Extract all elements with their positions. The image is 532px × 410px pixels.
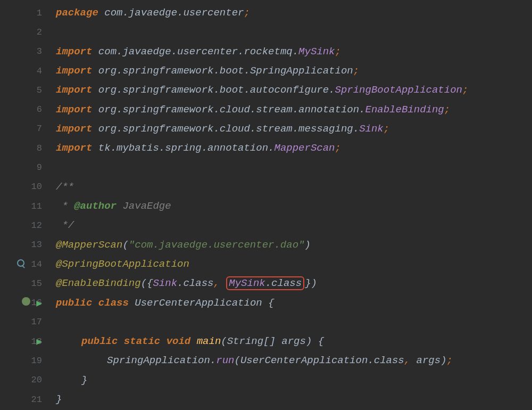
import-path: com.javaedge.usercenter.rocketmq [98, 46, 293, 58]
code-line[interactable]: @EnableBinding({Sink.class, MySink.class… [56, 274, 532, 293]
line-number: 19 [28, 356, 42, 366]
arg-name: args [417, 355, 441, 366]
code-line[interactable]: import org.springframework.boot.autoconf… [56, 80, 532, 100]
line-number: 11 [28, 201, 42, 211]
code-line[interactable]: import org.springframework.cloud.stream.… [56, 119, 532, 138]
class-name: UserCenterApplication [135, 297, 262, 309]
string-literal: "com.javaedge.usercenter.dao" [129, 239, 305, 251]
keyword-import: import [56, 65, 92, 77]
keyword-import: import [56, 104, 92, 116]
method-main: main [197, 335, 221, 347]
line-number: 21 [28, 395, 42, 405]
line-number: 10 [28, 182, 42, 192]
code-line[interactable]: public class UserCenterApplication { [56, 293, 532, 312]
keyword-package: package [56, 7, 98, 19]
line-number: 14 [28, 259, 42, 269]
import-class: SpringApplication [250, 65, 353, 77]
keyword-import: import [56, 46, 92, 58]
import-path: tk.mybatis.spring.annotation [98, 142, 268, 154]
line-number: 2 [28, 27, 42, 37]
line-number: 13 [28, 240, 42, 250]
code-line[interactable]: /** [56, 177, 532, 196]
semicolon: ; [244, 7, 250, 19]
javadoc-author: JavaEdge [122, 200, 171, 212]
keyword-import: import [56, 123, 92, 135]
code-line[interactable]: import org.springframework.boot.SpringAp… [56, 61, 532, 80]
param-name: args [281, 335, 306, 347]
code-line[interactable]: } [56, 371, 532, 390]
line-number: 5 [28, 85, 42, 95]
code-line[interactable]: SpringApplication.run(UserCenterApplicat… [56, 351, 532, 370]
line-number: 4 [28, 66, 42, 76]
import-class: Sink [359, 123, 384, 135]
line-number: 7 [28, 124, 42, 134]
javadoc-author-tag: @author [74, 200, 117, 212]
code-line[interactable] [56, 158, 532, 177]
code-line[interactable]: * @author JavaEdge [56, 196, 532, 216]
line-number: 1 [28, 8, 42, 18]
class-ref: SpringApplication [107, 355, 210, 366]
code-area[interactable]: package com.javaedge.usercenter; import … [51, 0, 532, 410]
highlight-box: MySink.class [226, 276, 304, 290]
code-line[interactable]: package com.javaedge.usercenter; [56, 3, 532, 22]
code-editor[interactable]: 1 2 3 4 5 6 7 8 9 10 11 12 13 14 15 ▶ 16… [0, 0, 532, 410]
package-path: com.javaedge.usercenter [104, 7, 244, 19]
import-class: SpringBootApplication [335, 84, 462, 96]
param-type: String[] [227, 335, 276, 347]
keyword-public: public [56, 297, 92, 309]
import-class: MapperScan [275, 142, 335, 154]
import-path: org.springframework.cloud.stream.annotat… [98, 104, 359, 116]
import-class: MySink [298, 46, 335, 58]
code-line[interactable]: */ [56, 216, 532, 235]
code-line[interactable]: import tk.mybatis.spring.annotation.Mapp… [56, 138, 532, 158]
import-path: org.springframework.boot.autoconfigure [98, 84, 329, 96]
import-path: org.springframework.cloud.stream.messagi… [98, 123, 353, 135]
brace-close: } [81, 374, 87, 386]
line-number: 3 [28, 46, 42, 56]
javadoc-close: */ [56, 219, 74, 231]
keyword-import: import [56, 84, 92, 96]
run-icon[interactable]: ▶ [36, 335, 42, 347]
line-number: 15 [28, 278, 42, 289]
code-line[interactable]: import com.javaedge.usercenter.rocketmq.… [56, 42, 532, 61]
spring-bean-icon[interactable] [22, 297, 30, 309]
run-icon[interactable]: ▶ [36, 297, 42, 309]
keyword-import: import [56, 142, 92, 154]
annotation-enablebinding: @EnableBinding [56, 277, 141, 289]
keyword-void: void [167, 335, 191, 347]
class-ref: UserCenterApplication [240, 355, 368, 366]
code-line[interactable]: } [56, 390, 532, 409]
code-line[interactable] [56, 313, 532, 332]
line-number: 17 [28, 317, 42, 327]
code-line[interactable]: import org.springframework.cloud.stream.… [56, 100, 532, 119]
code-line[interactable]: public static void main(String[] args) { [56, 332, 532, 351]
annotation-springboot: @SpringBootApplication [56, 258, 189, 270]
import-path: org.springframework.boot [98, 65, 244, 77]
code-line[interactable] [56, 22, 532, 42]
keyword-static: static [124, 335, 160, 347]
class-ref-sink: Sink [153, 277, 177, 289]
class-ref-mysink: MySink [229, 277, 265, 289]
javadoc-open: /** [56, 181, 74, 193]
line-number: 9 [28, 162, 42, 173]
line-number: 6 [28, 104, 42, 114]
annotation-mapperscan: @MapperScan [56, 239, 122, 251]
line-number: 8 [28, 143, 42, 153]
keyword-class: class [98, 297, 129, 309]
line-number: 12 [28, 220, 42, 231]
inspection-icon[interactable] [17, 259, 24, 267]
brace-close: } [56, 393, 62, 405]
gutter: 1 2 3 4 5 6 7 8 9 10 11 12 13 14 15 ▶ 16… [0, 0, 51, 410]
line-number: 20 [28, 375, 42, 385]
code-line[interactable]: @SpringBootApplication [56, 255, 532, 274]
code-line[interactable]: @MapperScan("com.javaedge.usercenter.dao… [56, 235, 532, 255]
import-class: EnableBinding [365, 104, 444, 116]
keyword-public: public [81, 335, 118, 347]
method-run: run [216, 355, 234, 366]
